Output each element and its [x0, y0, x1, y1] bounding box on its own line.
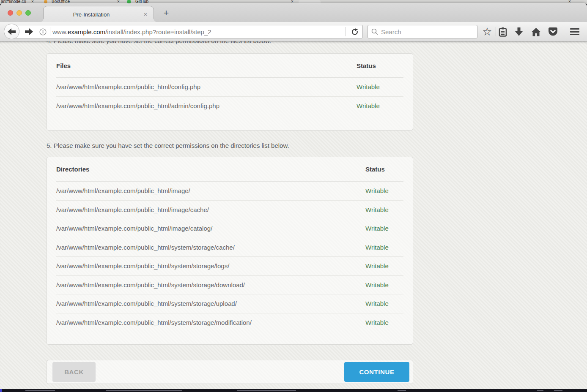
forward-arrow-icon: [25, 28, 33, 35]
step5-heading: 5. Please make sure you have set the cor…: [47, 142, 289, 149]
background-mark: [537, 390, 543, 391]
background-mark: [106, 390, 182, 391]
url-bar[interactable]: www.example.com/install/index.php?route=…: [12, 25, 363, 38]
directory-path: /var/www/html/example.com/public_html/im…: [56, 206, 365, 213]
background-mark: [237, 390, 296, 391]
status-badge: Writable: [365, 281, 403, 289]
screen: ant=linode.co × BoxOffice × GitHub × × P…: [0, 0, 587, 392]
divider: [50, 27, 50, 36]
menu-button[interactable]: [568, 26, 581, 38]
table-row: /var/www/html/example.com/public_html/co…: [56, 78, 403, 97]
table-row: /var/www/html/example.com/public_html/im…: [56, 201, 403, 220]
tab-pre-installation[interactable]: Pre-Installation ×: [43, 6, 154, 22]
directories-panel: Directories Status /var/www/html/example…: [47, 157, 413, 345]
bookmarks-list-button[interactable]: [496, 26, 509, 38]
file-path: /var/www/html/example.com/public_html/co…: [56, 83, 357, 90]
background-accent: [0, 389, 2, 392]
directory-path: /var/www/html/example.com/public_html/im…: [56, 225, 365, 232]
divider: [346, 27, 346, 36]
divider: [496, 27, 496, 36]
clipboard-icon: [499, 27, 507, 37]
pocket-icon: [548, 27, 558, 36]
background-mark: [25, 390, 55, 391]
bookmark-star-button[interactable]: ☆: [481, 26, 494, 38]
files-table-header: Files Status: [56, 54, 403, 78]
file-path: /var/www/html/example.com/public_html/ad…: [56, 102, 357, 109]
hamburger-menu-icon: [570, 28, 579, 35]
files-panel: Files Status /var/www/html/example.com/p…: [47, 53, 413, 131]
directory-path: /var/www/html/example.com/public_html/sy…: [56, 244, 365, 251]
column-header-files: Files: [56, 62, 357, 69]
status-badge: Writable: [365, 262, 403, 270]
back-arrow-icon: [8, 28, 16, 35]
background-mark: [554, 390, 562, 391]
downloads-button[interactable]: [513, 26, 525, 38]
search-bar[interactable]: [368, 25, 477, 38]
page-content: 4. Please make sure you have set the cor…: [0, 41, 587, 389]
table-row: /var/www/html/example.com/public_html/im…: [56, 182, 403, 201]
directories-table-header: Directories Status: [56, 157, 403, 182]
step4-heading: 4. Please make sure you have set the cor…: [47, 41, 271, 44]
continue-button[interactable]: CONTINUE: [344, 362, 409, 382]
search-input[interactable]: [381, 28, 461, 35]
table-row: /var/www/html/example.com/public_html/sy…: [56, 294, 403, 313]
action-bar: BACK CONTINUE: [47, 360, 413, 384]
navigation-toolbar: www.example.com/install/index.php?route=…: [0, 22, 587, 41]
status-badge: Writable: [365, 244, 403, 251]
new-tab-button[interactable]: +: [161, 7, 172, 19]
home-button[interactable]: [529, 26, 542, 38]
download-arrow-icon: [514, 27, 524, 36]
table-row: /var/www/html/example.com/public_html/sy…: [56, 313, 403, 332]
status-badge: Writable: [357, 102, 403, 109]
window-close-button[interactable]: [8, 10, 13, 16]
background-mark: [398, 390, 406, 391]
reload-button[interactable]: [348, 26, 361, 37]
window-minimize-button[interactable]: [16, 10, 22, 16]
status-badge: Writable: [365, 225, 403, 232]
search-icon: [371, 28, 378, 35]
directory-path: /var/www/html/example.com/public_html/sy…: [56, 300, 365, 307]
url-path: /install/index.php?route=install/step_2: [105, 28, 211, 35]
pocket-button[interactable]: [546, 26, 559, 38]
column-header-directories: Directories: [56, 166, 365, 173]
tab-close-icon[interactable]: ×: [142, 10, 149, 18]
url-text: www.example.com/install/index.php?route=…: [52, 28, 343, 35]
table-row: /var/www/html/example.com/public_html/ad…: [56, 97, 403, 116]
back-step-button[interactable]: BACK: [52, 362, 96, 382]
directory-path: /var/www/html/example.com/public_html/im…: [56, 187, 365, 194]
table-row: /var/www/html/example.com/public_html/sy…: [56, 238, 403, 257]
directory-path: /var/www/html/example.com/public_html/sy…: [56, 281, 365, 289]
status-badge: Writable: [365, 319, 403, 326]
url-prefix: www.: [52, 28, 68, 35]
window-zoom-button[interactable]: [25, 10, 31, 16]
tab-bar: Pre-Installation × +: [0, 3, 587, 22]
status-badge: Writable: [357, 83, 403, 90]
table-row: /var/www/html/example.com/public_html/sy…: [56, 276, 403, 295]
favicon-green: [127, 0, 131, 3]
tab-title: Pre-Installation: [44, 6, 139, 22]
site-info-icon[interactable]: [38, 27, 48, 37]
forward-button[interactable]: [23, 26, 34, 37]
status-badge: Writable: [365, 206, 403, 213]
background-window-bottom-strip[interactable]: [0, 389, 587, 392]
table-row: /var/www/html/example.com/public_html/sy…: [56, 257, 403, 276]
table-row: /var/www/html/example.com/public_html/im…: [56, 219, 403, 238]
status-badge: Writable: [365, 300, 403, 307]
url-domain: example.com: [68, 28, 105, 35]
column-header-status: Status: [365, 166, 403, 173]
status-badge: Writable: [365, 187, 403, 194]
directory-path: /var/www/html/example.com/public_html/sy…: [56, 262, 365, 270]
favicon-orange: [44, 0, 47, 3]
browser-window: Pre-Installation × + www.example.com/ins…: [0, 3, 587, 389]
column-header-status: Status: [357, 62, 403, 69]
directory-path: /var/www/html/example.com/public_html/sy…: [56, 319, 365, 326]
back-button[interactable]: [4, 24, 19, 39]
reload-icon: [351, 28, 358, 35]
home-icon: [531, 27, 541, 36]
star-icon: ☆: [482, 26, 492, 37]
